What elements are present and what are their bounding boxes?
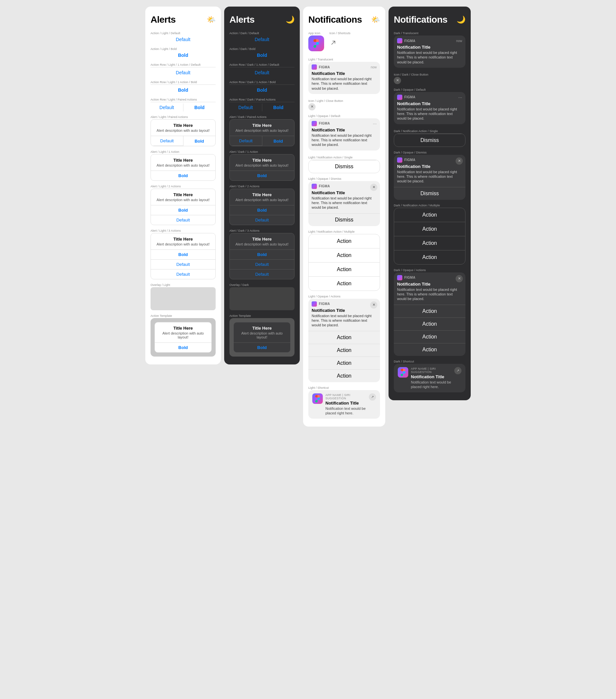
three-dots-icon[interactable]: ··· <box>458 95 462 100</box>
alert-bold-btn[interactable]: Bold <box>155 343 211 352</box>
action-list-item[interactable]: Action <box>309 277 380 291</box>
action-row-paired-default-btn[interactable]: Default <box>230 104 262 111</box>
action-default-btn[interactable]: Default <box>230 36 294 43</box>
notif-app-icon <box>312 301 317 307</box>
alert-bold-btn[interactable]: Bold <box>230 250 294 260</box>
section-label: Action / Light / Default <box>150 31 215 35</box>
alert-default-btn-2[interactable]: Default <box>230 269 294 279</box>
action-list-item[interactable]: Action <box>309 248 380 263</box>
section-label: Light / Shortcut <box>308 386 380 390</box>
notif-card-header: FIGMA ··· <box>394 92 466 101</box>
alert-title: Title Here <box>155 237 211 241</box>
notif-app-icon <box>312 64 317 70</box>
alert-body: Title Here Alert description with auto l… <box>151 189 215 205</box>
action-list-item[interactable]: Action <box>394 208 465 222</box>
action-row: Default <box>150 67 215 77</box>
alert-default-btn[interactable]: Default <box>151 136 183 146</box>
action-row: Bold <box>150 84 215 94</box>
panel-icon: 🌤️ <box>371 15 380 24</box>
action-row-paired-bold-btn[interactable]: Bold <box>262 104 295 111</box>
section-alert-two-light: Alert / Light / 2 Actions Title Here Ale… <box>150 185 215 225</box>
section-label: Action / Dark / Default <box>230 31 294 35</box>
dismiss-btn[interactable]: Dismiss <box>394 187 466 200</box>
close-btn[interactable]: ✕ <box>370 301 377 308</box>
alert-bold-btn[interactable]: Bold <box>183 136 215 146</box>
alert-body: Title Here Alert description with auto l… <box>151 155 215 171</box>
section-action-template-dark: Action Template Title Here Alert descrip… <box>230 314 294 357</box>
notif-action-multiple: Action Action Action Action <box>308 234 380 291</box>
action-list-item[interactable]: Action <box>309 234 380 248</box>
action-btn[interactable]: Action <box>308 331 380 344</box>
dismiss-btn[interactable]: Dismiss <box>394 134 465 147</box>
notif-text: Notification text would be placed right … <box>312 314 377 328</box>
alert-desc: Alert description with auto layout! <box>155 163 211 167</box>
alert-box-paired: Title Here Alert description with auto l… <box>150 119 215 146</box>
action-list-item[interactable]: Action <box>309 263 380 277</box>
action-btn[interactable]: Action <box>308 344 380 357</box>
action-row-bold-btn[interactable]: Bold <box>150 86 215 94</box>
action-btn[interactable]: Action <box>308 369 380 382</box>
alert-bold-btn[interactable]: Bold <box>234 343 290 352</box>
action-bold-btn[interactable]: Bold <box>230 51 294 59</box>
action-list-item[interactable]: Action <box>394 222 465 236</box>
alert-bold-btn[interactable]: Bold <box>151 250 215 260</box>
notif-body: Notification Title Notification text wou… <box>394 281 466 305</box>
action-row-paired-default-btn[interactable]: Default <box>150 104 183 111</box>
action-btn[interactable]: Action <box>394 317 466 330</box>
alert-actions: Default Bold <box>230 136 294 146</box>
shortcut-arrow-btn[interactable]: ↗ <box>369 393 376 400</box>
notif-title: Notification Title <box>312 71 377 76</box>
page-wrapper: Alerts 🌤️ Action / Light / Default Defau… <box>145 6 471 426</box>
shortcut-arrow-btn[interactable]: ↗ <box>454 367 461 374</box>
close-btn[interactable]: ✕ <box>394 77 401 84</box>
section-light-opaque-default: Light / Opaque / Default FIGMA ··· Notif… <box>308 114 380 152</box>
action-btn[interactable]: Action <box>308 357 380 369</box>
action-row-default-btn[interactable]: Default <box>230 69 294 77</box>
action-template: Title Here Alert description with auto l… <box>150 318 215 357</box>
alert-desc: Alert description with auto layout! <box>234 198 290 202</box>
close-btn[interactable]: ✕ <box>308 103 316 110</box>
section-light-notif-action-multiple: Light / Notification Action / Multiple A… <box>308 230 380 291</box>
alert-default-btn[interactable]: Default <box>230 136 262 146</box>
alert-box-template: Title Here Alert description with auto l… <box>233 322 291 353</box>
notif-card-opaque: FIGMA ··· Notification Title Notificatio… <box>308 118 380 150</box>
section-alert-paired-light: Alert / Light / Paired Actions Title Her… <box>150 115 215 146</box>
action-list-item[interactable]: Action <box>394 236 465 250</box>
close-btn[interactable]: ✕ <box>370 184 377 191</box>
action-btn[interactable]: Action <box>394 305 466 317</box>
alert-bold-btn[interactable]: Bold <box>151 206 215 215</box>
alert-box-two: Title Here Alert description with auto l… <box>230 189 294 225</box>
three-dots-icon[interactable]: ··· <box>373 121 377 126</box>
section-label: Icon / Light / Close Button <box>308 99 380 103</box>
alert-default-btn[interactable]: Default <box>151 260 215 269</box>
alert-desc: Alert description with auto layout! <box>234 163 290 167</box>
alert-default-btn[interactable]: Default <box>230 215 294 225</box>
alert-actions-row: Default Bold <box>151 136 215 146</box>
alert-bold-btn[interactable]: Bold <box>230 206 294 215</box>
action-btn[interactable]: Action <box>394 343 466 356</box>
dismiss-btn[interactable]: Dismiss <box>308 213 380 226</box>
section-action-template-light: Action Template Title Here Alert descrip… <box>150 314 215 357</box>
dismiss-btn[interactable]: Dismiss <box>309 160 380 173</box>
alert-default-btn[interactable]: Default <box>151 215 215 225</box>
alert-bold-btn[interactable]: Bold <box>262 136 294 146</box>
action-bold-btn[interactable]: Bold <box>150 51 215 59</box>
section-light-opaque-dismiss: Light / Opaque / Dismiss ✕ FIGMA ··· Not… <box>308 177 380 226</box>
alert-default-btn-2[interactable]: Default <box>151 269 215 279</box>
alert-default-btn[interactable]: Default <box>230 260 294 269</box>
close-btn[interactable]: ✕ <box>456 157 463 164</box>
action-list-item[interactable]: Action <box>394 250 465 264</box>
shortcut-notif-title: Notification Title <box>325 400 366 406</box>
panel-header: Notifications 🌙 <box>394 14 466 25</box>
action-row-bold-btn[interactable]: Bold <box>230 86 294 94</box>
action-row-paired-bold-btn[interactable]: Bold <box>183 104 216 111</box>
section-action-row-single-bold-dark: Action Row / Dark / 1 Action / Bold Bold <box>230 80 294 94</box>
notif-app-name: FIGMA <box>319 65 369 69</box>
shortcut-notif-text: Notification text would be placed right … <box>325 406 366 416</box>
alert-bold-btn[interactable]: Bold <box>230 171 294 181</box>
alert-bold-btn[interactable]: Bold <box>151 171 215 181</box>
action-btn[interactable]: Action <box>394 330 466 343</box>
close-btn[interactable]: ✕ <box>456 275 463 282</box>
action-default-btn[interactable]: Default <box>150 36 215 43</box>
action-row-default-btn[interactable]: Default <box>150 69 215 77</box>
